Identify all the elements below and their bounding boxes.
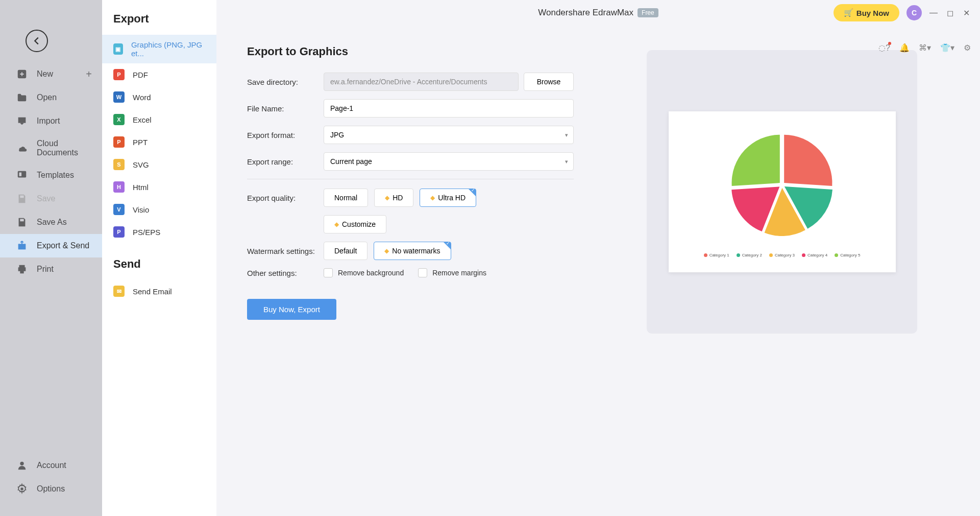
save-icon (16, 193, 28, 204)
export-icon (16, 240, 28, 251)
format-label: Visio (133, 205, 149, 214)
export-button[interactable]: Buy Now, Export (247, 299, 336, 320)
templates-icon (16, 170, 28, 181)
left-sidebar: New + Open Import Cloud Documents Templa… (0, 0, 102, 516)
svg-rect-1 (18, 171, 27, 178)
nav-import[interactable]: Import (0, 109, 102, 133)
format-word[interactable]: WWord (102, 86, 216, 108)
format-panel: Export ▣Graphics (PNG, JPG et... PPDF WW… (102, 0, 216, 516)
nav-cloud[interactable]: Cloud Documents (0, 133, 102, 163)
format-pdf[interactable]: PPDF (102, 63, 216, 86)
nav-account[interactable]: Account (0, 454, 102, 477)
nav-saveas[interactable]: Save As (0, 210, 102, 234)
wm-default[interactable]: Default (324, 242, 368, 260)
browse-button[interactable]: Browse (524, 73, 574, 91)
html-icon: H (113, 181, 125, 193)
nav-new[interactable]: New + (0, 62, 102, 86)
excel-icon: X (113, 114, 125, 125)
main-area: Wondershare EdrawMax Free 🛒 Buy Now C — … (216, 0, 980, 516)
send-heading: Send (102, 243, 216, 280)
nav-label: Import (37, 116, 60, 126)
user-icon (16, 460, 28, 471)
close-button[interactable]: ✕ (962, 8, 971, 17)
format-excel[interactable]: XExcel (102, 108, 216, 131)
format-svg[interactable]: SSVG (102, 153, 216, 176)
chk-remove-bg[interactable]: Remove background (324, 268, 404, 277)
nav-label: Options (37, 484, 65, 494)
format-label: Html (133, 183, 149, 192)
nav-label: Export & Send (37, 241, 89, 250)
folder-icon (16, 92, 28, 103)
format-graphics[interactable]: ▣Graphics (PNG, JPG et... (102, 35, 216, 63)
quality-uhd[interactable]: ◆Ultra HD (420, 189, 476, 207)
minimize-button[interactable]: — (929, 8, 938, 17)
preview-area: Category 1Category 2Category 3Category 4… (615, 45, 949, 334)
nav-templates[interactable]: Templates (0, 163, 102, 187)
avatar[interactable]: C (906, 5, 922, 20)
wm-none[interactable]: ◆No watermarks (374, 242, 451, 260)
format-visio[interactable]: VVisio (102, 198, 216, 221)
range-select[interactable]: Current page (324, 152, 574, 171)
diamond-icon: ◆ (384, 247, 389, 254)
format-ppt[interactable]: PPPT (102, 131, 216, 153)
format-html[interactable]: HHtml (102, 176, 216, 198)
nav-label: Save As (37, 218, 67, 227)
help-icon[interactable]: ◌? (878, 43, 890, 53)
label-range: Export range: (247, 157, 324, 166)
format-label: Graphics (PNG, JPG et... (131, 40, 205, 58)
label-quality: Export quality: (247, 194, 324, 202)
maximize-button[interactable]: ◻ (945, 8, 954, 17)
filename-input[interactable] (324, 99, 574, 118)
free-badge: Free (638, 8, 658, 17)
format-label: SVG (133, 160, 149, 169)
arrow-left-icon (31, 35, 42, 46)
mail-icon: ✉ (113, 286, 125, 297)
shirt-icon[interactable]: 👕▾ (940, 43, 954, 53)
plus-square-icon (16, 68, 28, 80)
titlebar: Wondershare EdrawMax Free 🛒 Buy Now C — … (216, 0, 980, 26)
plus-icon[interactable]: + (86, 68, 92, 80)
chart-legend: Category 1Category 2Category 3Category 4… (704, 253, 861, 257)
preview-canvas: Category 1Category 2Category 3Category 4… (669, 111, 896, 272)
format-label: Excel (133, 115, 152, 124)
format-label: PDF (133, 71, 148, 79)
ps-icon: P (113, 226, 125, 238)
bell-icon[interactable]: 🔔 (899, 43, 910, 53)
nav-open[interactable]: Open (0, 86, 102, 109)
print-icon (16, 264, 28, 275)
export-heading: Export (102, 12, 216, 35)
checkbox-icon (324, 268, 333, 277)
buy-label: Buy Now (856, 9, 889, 17)
send-email[interactable]: ✉Send Email (102, 280, 216, 302)
format-ps[interactable]: PPS/EPS (102, 221, 216, 243)
checkbox-icon (418, 268, 427, 277)
preview-frame: Category 1Category 2Category 3Category 4… (647, 50, 917, 334)
divider (247, 179, 574, 179)
format-select[interactable]: JPG (324, 126, 574, 144)
app-title: Wondershare EdrawMax (538, 8, 633, 18)
quality-customize[interactable]: ◆Customize (324, 215, 386, 233)
diamond-icon: ◆ (385, 194, 389, 201)
diamond-icon: ◆ (334, 221, 339, 228)
nav-options[interactable]: Options (0, 477, 102, 501)
nav-label: New (37, 69, 53, 79)
gear-icon[interactable]: ⚙ (964, 43, 971, 53)
save-dir-input[interactable] (324, 73, 519, 91)
cart-icon: 🛒 (844, 8, 853, 17)
nav-export[interactable]: Export & Send (0, 234, 102, 257)
buy-now-button[interactable]: 🛒 Buy Now (834, 4, 899, 21)
quality-normal[interactable]: Normal (324, 189, 368, 207)
back-button[interactable] (26, 30, 48, 52)
quality-hd[interactable]: ◆HD (374, 189, 413, 207)
nav-print[interactable]: Print (0, 257, 102, 281)
nav-label: Save (37, 194, 55, 203)
diamond-icon: ◆ (430, 194, 435, 201)
format-label: Send Email (133, 287, 172, 296)
visio-icon: V (113, 204, 125, 215)
grid-icon[interactable]: ⌘▾ (919, 43, 931, 53)
form-heading: Export to Graphics (247, 45, 574, 58)
chk-remove-margins[interactable]: Remove margins (418, 268, 486, 277)
label-fname: File Name: (247, 104, 324, 113)
format-label: Word (133, 93, 151, 102)
nav-label: Templates (37, 171, 74, 180)
